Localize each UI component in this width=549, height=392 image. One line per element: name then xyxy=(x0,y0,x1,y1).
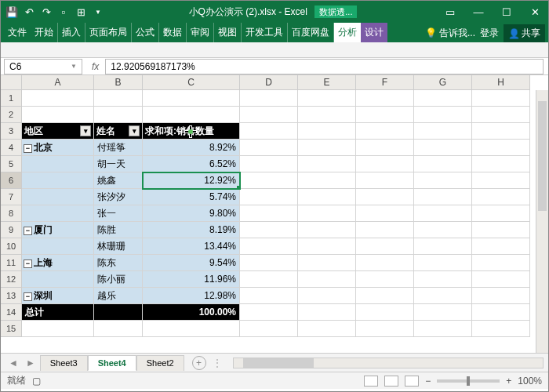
cell[interactable]: −上海 xyxy=(22,255,94,271)
cell[interactable]: 张汐汐 xyxy=(94,189,143,205)
cell[interactable] xyxy=(414,255,472,271)
close-icon[interactable]: ✕ xyxy=(526,6,544,18)
cell[interactable] xyxy=(94,304,143,321)
chevron-down-icon[interactable]: ▼ xyxy=(71,63,77,70)
cell[interactable]: 胡一天 xyxy=(94,156,143,172)
cell[interactable] xyxy=(356,107,414,123)
row-header[interactable]: 6 xyxy=(1,172,22,189)
cell[interactable] xyxy=(356,189,414,205)
cell[interactable] xyxy=(472,238,530,255)
cell[interactable]: 8.19% xyxy=(143,222,240,238)
cell[interactable] xyxy=(22,271,94,288)
cell[interactable] xyxy=(414,238,472,255)
cell[interactable] xyxy=(143,90,240,107)
cell[interactable]: 5.74% xyxy=(143,189,240,205)
cell[interactable]: 13.44% xyxy=(143,238,240,255)
cell[interactable] xyxy=(22,90,94,107)
cell[interactable] xyxy=(472,172,530,189)
cell[interactable] xyxy=(298,90,356,107)
view-pagelayout-icon[interactable] xyxy=(384,376,398,387)
cell[interactable] xyxy=(472,255,530,271)
cell[interactable]: 12.98% xyxy=(143,288,240,304)
tab-view[interactable]: 视图 xyxy=(214,23,242,42)
row-header[interactable]: 8 xyxy=(1,205,22,222)
cell[interactable] xyxy=(298,172,356,189)
row-header[interactable]: 2 xyxy=(1,107,22,123)
zoom-slider[interactable] xyxy=(437,379,500,383)
cell[interactable]: 姚鑫 xyxy=(94,172,143,189)
cell[interactable]: −北京 xyxy=(22,140,94,156)
collapse-icon[interactable]: − xyxy=(24,292,32,301)
cell[interactable]: −厦门 xyxy=(22,222,94,238)
cell[interactable] xyxy=(22,172,94,189)
cell[interactable] xyxy=(414,222,472,238)
row-header[interactable]: 10 xyxy=(1,238,22,255)
cell[interactable] xyxy=(240,189,298,205)
sheet-nav-prev-icon[interactable]: ◄ xyxy=(5,358,21,368)
cell[interactable] xyxy=(240,271,298,288)
cell[interactable] xyxy=(356,304,414,321)
cell[interactable] xyxy=(298,222,356,238)
cell[interactable] xyxy=(298,288,356,304)
cell[interactable] xyxy=(414,123,472,140)
cell[interactable] xyxy=(472,321,530,337)
cell[interactable] xyxy=(298,255,356,271)
cell[interactable]: 6.52% xyxy=(143,156,240,172)
cell[interactable]: 总计 xyxy=(22,304,94,321)
cell[interactable] xyxy=(356,156,414,172)
column-header[interactable]: B xyxy=(94,75,143,90)
filter-dropdown-icon[interactable]: ▾ xyxy=(129,125,140,136)
cell[interactable] xyxy=(298,123,356,140)
share-button[interactable]: 👤共享 xyxy=(504,24,545,42)
cell[interactable] xyxy=(472,304,530,321)
cell[interactable] xyxy=(22,107,94,123)
cell[interactable] xyxy=(472,205,530,222)
cell[interactable] xyxy=(414,288,472,304)
cell[interactable]: 9.54% xyxy=(143,255,240,271)
cell[interactable] xyxy=(22,321,94,337)
column-header[interactable]: G xyxy=(414,75,472,90)
filter-dropdown-icon[interactable]: ▾ xyxy=(80,125,91,136)
cell[interactable]: 姓名▾ xyxy=(94,123,143,140)
tab-file[interactable]: 文件 xyxy=(4,23,31,42)
tab-data[interactable]: 数据 xyxy=(159,23,187,42)
cell[interactable] xyxy=(240,107,298,123)
cell[interactable] xyxy=(356,271,414,288)
cell[interactable] xyxy=(414,172,472,189)
cell[interactable] xyxy=(240,321,298,337)
zoom-out-icon[interactable]: − xyxy=(425,376,431,387)
spreadsheet-grid[interactable]: ABCDEFGH 123456789101112131415 地区▾姓名▾求和项… xyxy=(1,75,548,353)
cell[interactable] xyxy=(298,205,356,222)
cell[interactable] xyxy=(356,123,414,140)
cell[interactable]: 林珊珊 xyxy=(94,238,143,255)
cell[interactable] xyxy=(356,90,414,107)
cell[interactable]: 越乐 xyxy=(94,288,143,304)
tab-design[interactable]: 设计 xyxy=(361,23,387,42)
cell[interactable] xyxy=(472,107,530,123)
cell[interactable] xyxy=(472,271,530,288)
cell[interactable] xyxy=(356,238,414,255)
cell[interactable] xyxy=(472,288,530,304)
cell[interactable] xyxy=(94,107,143,123)
tab-pagelayout[interactable]: 页面布局 xyxy=(85,23,132,42)
cell[interactable] xyxy=(414,90,472,107)
cell[interactable] xyxy=(143,321,240,337)
cell[interactable] xyxy=(22,205,94,222)
sheet-icon[interactable]: ⊞ xyxy=(75,5,87,18)
sheet-tab[interactable]: Sheet2 xyxy=(136,355,184,371)
maximize-icon[interactable]: ☐ xyxy=(498,6,515,18)
cell[interactable] xyxy=(240,288,298,304)
tab-divider[interactable]: ⋮ xyxy=(213,358,222,368)
row-header[interactable]: 9 xyxy=(1,222,22,238)
cell[interactable] xyxy=(472,140,530,156)
cell[interactable] xyxy=(356,172,414,189)
cell[interactable] xyxy=(94,321,143,337)
cell[interactable]: 陈胜 xyxy=(94,222,143,238)
cell[interactable]: 100.00% xyxy=(143,304,240,321)
zoom-in-icon[interactable]: + xyxy=(506,376,511,387)
tab-analyze[interactable]: 分析 xyxy=(334,23,361,42)
cell[interactable] xyxy=(472,189,530,205)
cell[interactable] xyxy=(240,304,298,321)
tab-baidu[interactable]: 百度网盘 xyxy=(288,23,334,42)
cell[interactable]: 地区▾ xyxy=(22,123,94,140)
